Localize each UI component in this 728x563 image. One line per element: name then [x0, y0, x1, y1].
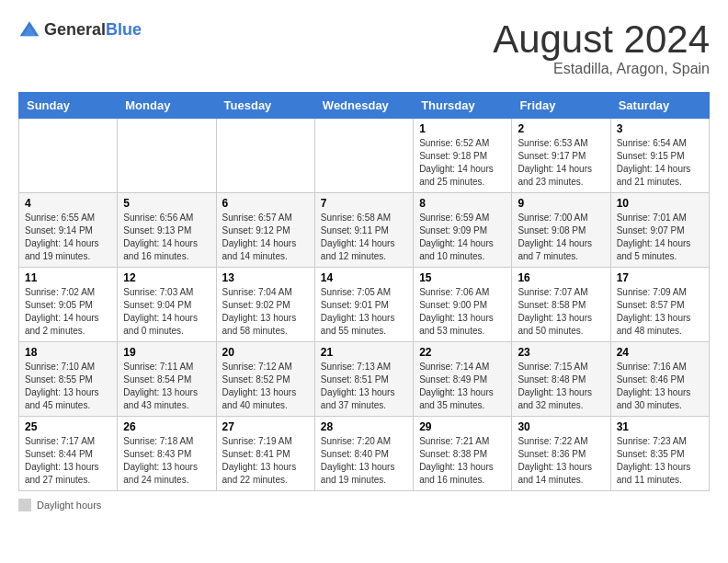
day-cell [118, 119, 216, 193]
day-info: Sunrise: 6:53 AM Sunset: 9:17 PM Dayligh… [518, 137, 604, 189]
day-number: 17 [617, 271, 703, 284]
day-number: 31 [617, 420, 703, 433]
week-row-2: 4Sunrise: 6:55 AM Sunset: 9:14 PM Daylig… [19, 193, 710, 268]
day-cell: 16Sunrise: 7:07 AM Sunset: 8:58 PM Dayli… [512, 268, 610, 342]
day-info: Sunrise: 7:01 AM Sunset: 9:07 PM Dayligh… [617, 212, 703, 263]
day-number: 16 [518, 271, 604, 284]
day-number: 20 [222, 346, 309, 359]
header-day-friday: Friday [512, 93, 610, 119]
header-day-saturday: Saturday [610, 93, 709, 119]
logo-text-blue: Blue [106, 20, 142, 39]
day-number: 19 [123, 346, 210, 359]
day-cell: 12Sunrise: 7:03 AM Sunset: 9:04 PM Dayli… [118, 268, 216, 342]
day-number: 30 [518, 420, 604, 433]
day-info: Sunrise: 7:19 AM Sunset: 8:41 PM Dayligh… [222, 435, 309, 487]
day-number: 5 [123, 197, 210, 210]
day-number: 24 [617, 346, 703, 359]
day-info: Sunrise: 7:18 AM Sunset: 8:43 PM Dayligh… [123, 435, 210, 487]
day-info: Sunrise: 6:58 AM Sunset: 9:11 PM Dayligh… [321, 212, 407, 263]
day-info: Sunrise: 7:14 AM Sunset: 8:49 PM Dayligh… [419, 361, 506, 412]
day-number: 27 [222, 420, 309, 433]
logo: GeneralBlue [18, 18, 142, 40]
day-info: Sunrise: 7:23 AM Sunset: 8:35 PM Dayligh… [617, 435, 703, 487]
header-day-tuesday: Tuesday [216, 93, 314, 119]
day-info: Sunrise: 7:04 AM Sunset: 9:02 PM Dayligh… [222, 286, 309, 338]
day-cell: 19Sunrise: 7:11 AM Sunset: 8:54 PM Dayli… [118, 342, 216, 417]
day-number: 14 [321, 271, 407, 284]
day-info: Sunrise: 7:13 AM Sunset: 8:51 PM Dayligh… [321, 361, 407, 412]
day-cell: 17Sunrise: 7:09 AM Sunset: 8:57 PM Dayli… [610, 268, 709, 342]
day-info: Sunrise: 7:09 AM Sunset: 8:57 PM Dayligh… [617, 286, 703, 338]
day-cell: 7Sunrise: 6:58 AM Sunset: 9:11 PM Daylig… [314, 193, 413, 268]
day-cell: 3Sunrise: 6:54 AM Sunset: 9:15 PM Daylig… [610, 119, 709, 193]
day-number: 13 [222, 271, 309, 284]
day-info: Sunrise: 7:17 AM Sunset: 8:44 PM Dayligh… [25, 435, 111, 487]
header-day-monday: Monday [118, 93, 216, 119]
day-number: 12 [123, 271, 210, 284]
day-info: Sunrise: 7:02 AM Sunset: 9:05 PM Dayligh… [25, 286, 111, 338]
day-info: Sunrise: 7:12 AM Sunset: 8:52 PM Dayligh… [222, 361, 309, 412]
day-number: 8 [419, 197, 506, 210]
day-cell: 29Sunrise: 7:21 AM Sunset: 8:38 PM Dayli… [414, 417, 512, 491]
day-cell: 21Sunrise: 7:13 AM Sunset: 8:51 PM Dayli… [314, 342, 413, 417]
day-info: Sunrise: 6:57 AM Sunset: 9:12 PM Dayligh… [222, 212, 309, 263]
day-cell: 22Sunrise: 7:14 AM Sunset: 8:49 PM Dayli… [414, 342, 512, 417]
day-cell: 14Sunrise: 7:05 AM Sunset: 9:01 PM Dayli… [314, 268, 413, 342]
calendar-body: 1Sunrise: 6:52 AM Sunset: 9:18 PM Daylig… [19, 119, 710, 491]
day-info: Sunrise: 7:15 AM Sunset: 8:48 PM Dayligh… [518, 361, 604, 412]
day-number: 25 [25, 420, 111, 433]
day-info: Sunrise: 7:07 AM Sunset: 8:58 PM Dayligh… [518, 286, 604, 338]
day-cell: 30Sunrise: 7:22 AM Sunset: 8:36 PM Dayli… [512, 417, 610, 491]
day-number: 18 [25, 346, 111, 359]
day-number: 2 [518, 122, 604, 135]
day-info: Sunrise: 6:54 AM Sunset: 9:15 PM Dayligh… [617, 137, 703, 189]
day-cell: 18Sunrise: 7:10 AM Sunset: 8:55 PM Dayli… [19, 342, 118, 417]
day-cell: 6Sunrise: 6:57 AM Sunset: 9:12 PM Daylig… [216, 193, 314, 268]
day-cell: 23Sunrise: 7:15 AM Sunset: 8:48 PM Dayli… [512, 342, 610, 417]
calendar-header: SundayMondayTuesdayWednesdayThursdayFrid… [19, 93, 710, 119]
day-info: Sunrise: 7:20 AM Sunset: 8:40 PM Dayligh… [321, 435, 407, 487]
day-number: 4 [25, 197, 111, 210]
header-day-wednesday: Wednesday [314, 93, 413, 119]
title-area: August 2024 Estadilla, Aragon, Spain [493, 18, 710, 77]
day-number: 26 [123, 420, 210, 433]
day-cell: 9Sunrise: 7:00 AM Sunset: 9:08 PM Daylig… [512, 193, 610, 268]
week-row-3: 11Sunrise: 7:02 AM Sunset: 9:05 PM Dayli… [19, 268, 710, 342]
day-info: Sunrise: 7:00 AM Sunset: 9:08 PM Dayligh… [518, 212, 604, 263]
day-number: 11 [25, 271, 111, 284]
day-number: 1 [419, 122, 506, 135]
day-info: Sunrise: 6:56 AM Sunset: 9:13 PM Dayligh… [123, 212, 210, 263]
day-info: Sunrise: 7:03 AM Sunset: 9:04 PM Dayligh… [123, 286, 210, 338]
day-info: Sunrise: 7:21 AM Sunset: 8:38 PM Dayligh… [419, 435, 506, 487]
main-title: August 2024 [493, 18, 710, 61]
legend-box [18, 499, 31, 511]
day-cell: 11Sunrise: 7:02 AM Sunset: 9:05 PM Dayli… [19, 268, 118, 342]
logo-icon [18, 18, 40, 40]
day-cell: 15Sunrise: 7:06 AM Sunset: 9:00 PM Dayli… [414, 268, 512, 342]
day-info: Sunrise: 7:05 AM Sunset: 9:01 PM Dayligh… [321, 286, 407, 338]
logo-text-general: General [44, 20, 106, 39]
day-cell: 27Sunrise: 7:19 AM Sunset: 8:41 PM Dayli… [216, 417, 314, 491]
day-number: 23 [518, 346, 604, 359]
day-number: 28 [321, 420, 407, 433]
day-info: Sunrise: 7:06 AM Sunset: 9:00 PM Dayligh… [419, 286, 506, 338]
day-info: Sunrise: 6:52 AM Sunset: 9:18 PM Dayligh… [419, 137, 506, 189]
header-day-sunday: Sunday [19, 93, 118, 119]
day-info: Sunrise: 7:22 AM Sunset: 8:36 PM Dayligh… [518, 435, 604, 487]
day-info: Sunrise: 7:11 AM Sunset: 8:54 PM Dayligh… [123, 361, 210, 412]
day-cell: 2Sunrise: 6:53 AM Sunset: 9:17 PM Daylig… [512, 119, 610, 193]
week-row-5: 25Sunrise: 7:17 AM Sunset: 8:44 PM Dayli… [19, 417, 710, 491]
day-cell [19, 119, 118, 193]
calendar-table: SundayMondayTuesdayWednesdayThursdayFrid… [18, 92, 710, 491]
day-cell: 28Sunrise: 7:20 AM Sunset: 8:40 PM Dayli… [314, 417, 413, 491]
day-cell: 8Sunrise: 6:59 AM Sunset: 9:09 PM Daylig… [414, 193, 512, 268]
day-info: Sunrise: 7:16 AM Sunset: 8:46 PM Dayligh… [617, 361, 703, 412]
day-cell: 13Sunrise: 7:04 AM Sunset: 9:02 PM Dayli… [216, 268, 314, 342]
day-number: 3 [617, 122, 703, 135]
header-row: SundayMondayTuesdayWednesdayThursdayFrid… [19, 93, 710, 119]
day-info: Sunrise: 7:10 AM Sunset: 8:55 PM Dayligh… [25, 361, 111, 412]
day-number: 15 [419, 271, 506, 284]
day-number: 22 [419, 346, 506, 359]
day-number: 6 [222, 197, 309, 210]
sub-title: Estadilla, Aragon, Spain [493, 61, 710, 77]
